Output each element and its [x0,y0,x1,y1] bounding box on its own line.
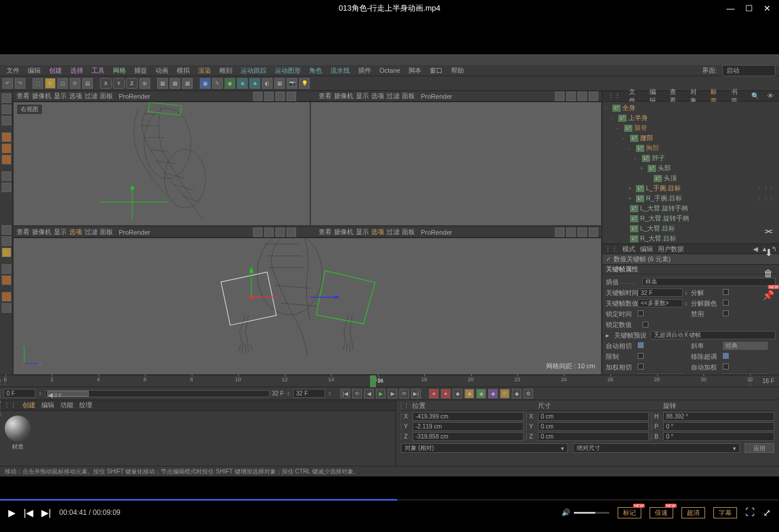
cube-icon[interactable]: ▣ [200,78,210,89]
vp-navb1-icon[interactable] [253,228,262,237]
hierarchy-row[interactable]: L°L_大臂.旋转手柄 [602,203,779,213]
player-prev-icon[interactable]: |◀ [24,507,33,518]
menu-pipe[interactable]: 流水线 [327,66,353,75]
menu-file[interactable]: 文件 [4,66,22,75]
pin-icon[interactable]: 📌 [762,288,775,301]
deformer-icon[interactable]: ◈ [249,78,260,89]
vp-panel[interactable]: 面板 [100,92,113,100]
edge-mode-icon[interactable] [2,144,11,153]
player-next-icon[interactable]: ▶| [41,507,51,518]
vp-navb5-icon[interactable] [555,228,564,237]
point-mode-icon[interactable] [2,132,11,142]
vp-panel3[interactable]: 面板 [100,228,113,236]
hierarchy-row[interactable]: -L°全身 [602,103,779,113]
interp-dropdown[interactable]: 样条 [642,278,775,286]
soft-sel-icon[interactable] [2,275,11,285]
menu-select[interactable]: 选择 [67,66,86,75]
menu-octane[interactable]: Octane [376,67,403,74]
render-settings-icon[interactable]: ▦ [182,78,193,89]
app-menubar[interactable]: 文件 编辑 创建 选择 工具 网格 捕捉 动画 模拟 渲染 雕刻 运动跟踪 运动… [0,65,779,76]
object-mode-icon[interactable] [2,105,11,114]
hierarchy-row[interactable]: +L°头部 [602,163,779,173]
vp-navb8-icon[interactable] [589,228,598,237]
coord-field[interactable]: 0 cm [538,422,649,431]
world-icon[interactable]: ⊕ [139,78,150,89]
snap-icon[interactable] [2,225,11,235]
vp-nav7-icon[interactable] [577,92,587,101]
vp-camera[interactable]: 摄像机 [32,92,51,100]
viewport-persp[interactable]: YZ 网格间距 : 10 cm [13,238,602,375]
vp-camera4[interactable]: 摄像机 [334,228,353,236]
vp-view3[interactable]: 查看 [17,228,30,236]
mat-tab-edit[interactable]: 编辑 [41,401,54,410]
recent-icon[interactable]: ▤ [82,78,93,89]
coord-field[interactable]: 0 cm [538,432,649,441]
hierarchy-row[interactable]: -L°腰部 [602,133,779,143]
lock-icon[interactable] [2,264,11,274]
vp-view2[interactable]: 查看 [319,92,332,100]
hierarchy-row[interactable]: +L°R_手腕.目标⋮ ⋮⋮ [602,193,779,203]
hierarchy-row[interactable]: -L°胸部 [602,143,779,153]
keypla-icon[interactable]: ◆ [512,389,521,398]
current-frame-field[interactable]: 32 F [293,389,325,398]
attributes-tabs[interactable]: ⋮⋮ 模式 编辑 用户数据 ◀▲↰ [602,244,779,254]
lock-x-icon[interactable]: X [100,78,112,89]
hierarchy-row[interactable]: -L°脖子 [602,153,779,163]
lock-z-icon[interactable]: Z [126,78,138,89]
volume-icon[interactable]: 🔊 [561,508,570,517]
vp-nav2-icon[interactable] [264,92,274,101]
vp-prorender2[interactable]: ProRender [421,93,452,100]
vp-filter4[interactable]: 过滤 [387,228,400,236]
coord-field[interactable]: 0 ° [663,432,774,441]
menu-sculpt[interactable]: 雕刻 [216,66,235,75]
vp-navb2-icon[interactable] [264,228,274,237]
vp-options2[interactable]: 选项 [371,92,384,100]
objects-tabs[interactable]: ⋮⋮ 文件 编辑 查看 对象 标签 书签 🔍👁 [602,91,779,102]
rotate-icon[interactable]: ⟳ [70,78,80,89]
mat-tab-tex[interactable]: 纹理 [79,401,92,410]
keypos-icon[interactable]: ◆ [465,389,474,398]
attr-tab-userdata[interactable]: 用户数据 [658,245,684,254]
preset-dropdown[interactable]: 无超调自动关键帧 [651,331,775,339]
play-icon[interactable]: ▶ [376,389,385,398]
material-name[interactable]: 材质 [5,443,31,451]
vp-navb4-icon[interactable] [287,228,296,237]
vp-nav3-icon[interactable] [275,92,285,101]
minimize-icon[interactable]: — [726,4,735,13]
attr-tab-mode[interactable]: 模式 [622,245,635,254]
maximize-icon[interactable]: ☐ [745,4,753,13]
player-pip-icon[interactable]: ⛶ [745,507,755,518]
vp-camera2[interactable]: 摄像机 [334,92,353,100]
menu-tools[interactable]: 工具 [89,66,108,75]
axis-mode-icon[interactable] [2,116,11,125]
menu-anim[interactable]: 动画 [152,66,171,75]
layout-dropdown[interactable]: 启动 [722,65,775,76]
menu-create[interactable]: 创建 [46,66,65,75]
keytime-field[interactable]: 32 F [638,288,683,297]
render-icon[interactable]: ▦ [157,78,168,89]
coord-size-dropdown[interactable]: 绝对尺寸▾ [573,443,740,453]
keyscale-icon[interactable]: ◆ [476,389,486,398]
camera-icon[interactable]: 📷 [287,78,297,89]
slope-dropdown[interactable]: 经典 [723,342,768,350]
coord-field[interactable]: 88.392 ° [663,412,774,421]
keyval-field[interactable]: <<多重数> [638,299,683,307]
misc-icon[interactable] [2,303,11,313]
vp-panel2[interactable]: 面板 [402,92,415,100]
menu-help[interactable]: 帮助 [448,66,467,75]
vp-panel4[interactable]: 面板 [402,228,415,236]
prev-frame-icon[interactable]: ◀ [364,389,374,398]
light-icon[interactable]: 💡 [299,78,310,89]
object-hierarchy[interactable]: -L°全身-L°上半身-L°脑脊-L°腰部-L°胸部-L°脖子+L°头部L°头顶… [602,102,779,244]
mat-tab-create[interactable]: 创建 [22,401,35,410]
range-start-field[interactable]: 0 F [4,389,35,398]
hierarchy-row[interactable]: -L°上半身 [602,113,779,123]
coord-field[interactable]: 0 ° [663,422,774,431]
player-mark-button[interactable]: 标记 [618,507,641,518]
keyparam-icon[interactable]: P [500,389,509,398]
viewport-menubar-top[interactable]: 查看 摄像机 显示 选项 过滤 面板 ProRender 查看 摄像机 显示 选… [13,91,602,102]
menu-snap[interactable]: 捕捉 [131,66,150,75]
menu-window[interactable]: 窗口 [427,66,446,75]
apply-button[interactable]: 应用 [745,443,774,453]
vp-display3[interactable]: 显示 [54,228,67,236]
